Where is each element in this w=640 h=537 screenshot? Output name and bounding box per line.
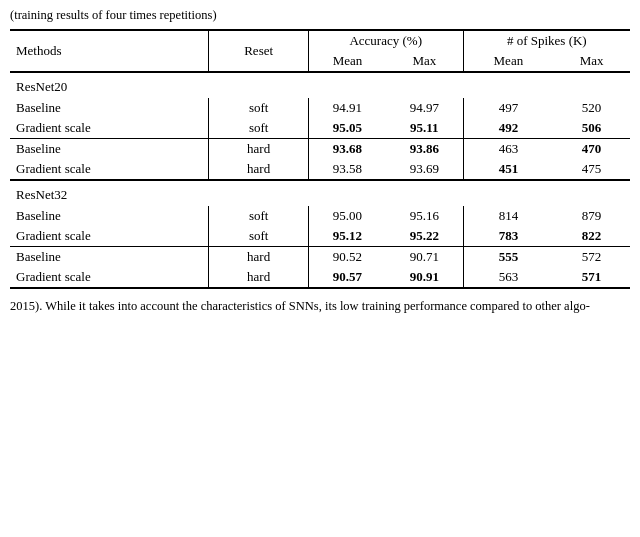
cell-spk-mean: 451 [463,159,553,180]
header-row-1: Methods Reset Accuracy (%) # of Spikes (… [10,30,630,51]
cell-acc-max: 93.86 [386,139,463,160]
cell-spk-max: 506 [553,118,630,139]
cell-acc-max: 93.69 [386,159,463,180]
cell-method: Gradient scale [10,267,209,288]
cell-spk-max: 571 [553,267,630,288]
col-header-spk-max: Max [553,51,630,72]
results-table: Methods Reset Accuracy (%) # of Spikes (… [10,29,630,289]
cell-spk-mean: 814 [463,206,553,226]
table-row: Baselinehard90.5290.71555572 [10,247,630,268]
cell-reset: soft [209,226,308,247]
cell-acc-mean: 94.91 [308,98,386,118]
cell-acc-max: 94.97 [386,98,463,118]
table-row: Gradient scalehard93.5893.69451475 [10,159,630,180]
cell-reset: hard [209,139,308,160]
cell-acc-mean: 95.05 [308,118,386,139]
cell-method: Gradient scale [10,159,209,180]
cell-spk-mean: 783 [463,226,553,247]
cell-acc-mean: 95.12 [308,226,386,247]
cell-acc-max: 95.22 [386,226,463,247]
cell-spk-mean: 563 [463,267,553,288]
cell-reset: hard [209,159,308,180]
table-caption: (training results of four times repetiti… [10,8,630,23]
cell-method: Baseline [10,206,209,226]
col-header-spikes: # of Spikes (K) [463,30,630,51]
cell-reset: hard [209,267,308,288]
cell-spk-mean: 463 [463,139,553,160]
cell-spk-max: 475 [553,159,630,180]
cell-spk-max: 470 [553,139,630,160]
cell-spk-max: 822 [553,226,630,247]
table-row: Gradient scalehard90.5790.91563571 [10,267,630,288]
cell-spk-max: 879 [553,206,630,226]
cell-acc-max: 95.11 [386,118,463,139]
col-header-methods: Methods [10,30,209,72]
col-header-acc-mean: Mean [308,51,386,72]
cell-spk-max: 572 [553,247,630,268]
col-header-reset: Reset [209,30,308,72]
cell-acc-mean: 93.68 [308,139,386,160]
bottom-text: 2015). While it takes into account the c… [10,297,630,316]
cell-reset: soft [209,98,308,118]
cell-reset: hard [209,247,308,268]
cell-acc-max: 95.16 [386,206,463,226]
col-header-spk-mean: Mean [463,51,553,72]
cell-acc-mean: 90.57 [308,267,386,288]
col-header-acc-max: Max [386,51,463,72]
table-row: Gradient scalesoft95.0595.11492506 [10,118,630,139]
cell-acc-mean: 90.52 [308,247,386,268]
cell-acc-max: 90.71 [386,247,463,268]
cell-method: Gradient scale [10,118,209,139]
cell-acc-mean: 93.58 [308,159,386,180]
section-header-0: ResNet20 [10,72,630,98]
cell-spk-max: 520 [553,98,630,118]
cell-spk-mean: 497 [463,98,553,118]
cell-method: Gradient scale [10,226,209,247]
cell-method: Baseline [10,139,209,160]
cell-reset: soft [209,118,308,139]
table-row: Baselinesoft95.0095.16814879 [10,206,630,226]
col-header-accuracy: Accuracy (%) [308,30,463,51]
cell-acc-max: 90.91 [386,267,463,288]
section-header-1: ResNet32 [10,181,630,206]
cell-acc-mean: 95.00 [308,206,386,226]
page-wrapper: (training results of four times repetiti… [0,0,640,326]
table-row: Baselinehard93.6893.86463470 [10,139,630,160]
table-row: Gradient scalesoft95.1295.22783822 [10,226,630,247]
table-row: Baselinesoft94.9194.97497520 [10,98,630,118]
cell-method: Baseline [10,98,209,118]
cell-method: Baseline [10,247,209,268]
cell-spk-mean: 492 [463,118,553,139]
cell-spk-mean: 555 [463,247,553,268]
cell-reset: soft [209,206,308,226]
